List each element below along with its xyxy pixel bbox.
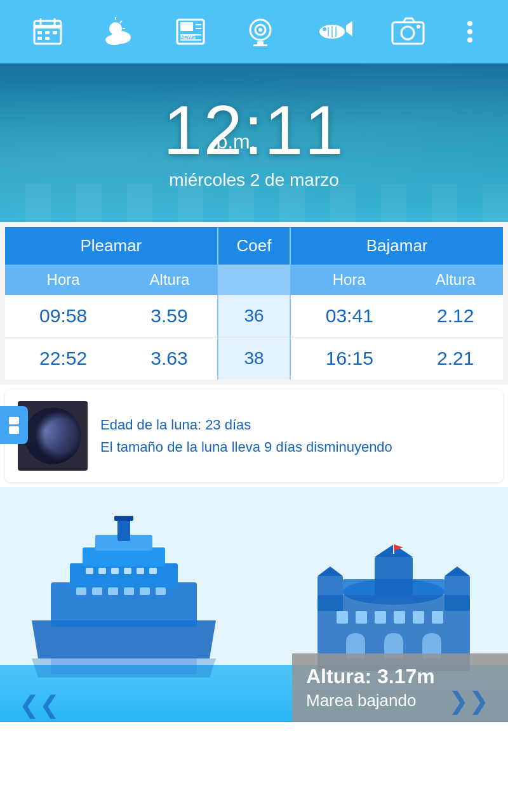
pleamar-header: Pleamar — [5, 227, 218, 265]
pleamar-hora-subheader: Hora — [5, 265, 121, 295]
svg-rect-8 — [45, 37, 50, 40]
bajamar-hora-cell: 16:15 — [290, 337, 408, 380]
svg-rect-57 — [51, 658, 197, 674]
news-icon[interactable]: NEWS — [175, 16, 206, 48]
bajamar-hora-subheader: Hora — [290, 265, 408, 295]
bottom-arrows: ❮❮ ❮❮ — [0, 691, 508, 719]
svg-rect-5 — [45, 31, 50, 34]
svg-rect-53 — [111, 568, 119, 574]
tide-table-section: Pleamar Coef Bajamar Hora Altura Hora Al… — [0, 222, 508, 384]
pleamar-altura-cell: 3.59 — [121, 295, 218, 337]
svg-rect-76 — [9, 426, 19, 434]
svg-rect-51 — [86, 568, 93, 574]
coef-cell: 36 — [218, 295, 290, 337]
svg-rect-70 — [394, 611, 405, 624]
svg-rect-26 — [253, 44, 267, 46]
coef-subheader-empty — [218, 265, 290, 295]
svg-rect-50 — [156, 587, 166, 595]
svg-rect-46 — [92, 587, 102, 595]
svg-rect-1 — [34, 25, 61, 29]
svg-rect-68 — [356, 611, 367, 624]
tide-table-row: 09:58 3.59 36 03:41 2.12 — [5, 295, 503, 337]
photo-icon[interactable] — [391, 16, 425, 48]
svg-marker-28 — [346, 21, 352, 36]
svg-rect-44 — [114, 516, 133, 521]
date-display: miércoles 2 de marzo — [169, 170, 339, 190]
svg-rect-47 — [108, 587, 118, 595]
svg-point-36 — [467, 21, 472, 26]
svg-rect-6 — [53, 31, 57, 34]
more-options-icon[interactable] — [464, 16, 476, 48]
svg-rect-55 — [137, 568, 144, 574]
svg-point-24 — [258, 28, 262, 32]
moon-section: Edad de la luna: 23 días El tamaño de la… — [5, 390, 503, 482]
svg-marker-66 — [444, 566, 470, 576]
moon-image — [18, 401, 88, 471]
svg-rect-69 — [375, 611, 386, 624]
svg-point-29 — [323, 27, 326, 31]
ship-illustration — [19, 506, 229, 684]
pleamar-hora-cell: 09:58 — [5, 295, 121, 337]
svg-rect-65 — [444, 576, 470, 611]
floating-side-button[interactable] — [0, 406, 28, 444]
svg-marker-64 — [318, 566, 343, 576]
svg-line-12 — [120, 21, 122, 23]
left-arrow[interactable]: ❮❮ — [19, 691, 60, 719]
svg-point-34 — [401, 27, 414, 39]
bajamar-hora-cell: 03:41 — [290, 295, 408, 337]
moon-shadow — [24, 407, 81, 464]
weather-icon[interactable] — [102, 16, 137, 48]
svg-rect-71 — [413, 611, 424, 624]
svg-rect-63 — [318, 576, 343, 611]
ampm-display: p.m. — [216, 130, 255, 154]
status-height: Altura: 3.17m — [306, 665, 494, 688]
pleamar-altura-subheader: Altura — [121, 265, 218, 295]
svg-rect-61 — [375, 557, 413, 595]
moon-phase-circle — [24, 407, 81, 464]
svg-rect-45 — [76, 587, 86, 595]
svg-point-37 — [467, 29, 472, 34]
bajamar-header: Bajamar — [290, 227, 503, 265]
bajamar-altura-cell: 2.12 — [408, 295, 503, 337]
svg-rect-72 — [432, 611, 443, 624]
pleamar-altura-cell: 3.63 — [121, 337, 218, 380]
svg-rect-40 — [70, 563, 178, 589]
tide-table: Pleamar Coef Bajamar Hora Altura Hora Al… — [5, 227, 503, 379]
svg-rect-75 — [9, 417, 19, 424]
bajamar-altura-subheader: Altura — [408, 265, 503, 295]
moon-age-text: Edad de la luna: 23 días — [100, 414, 490, 436]
tide-table-row: 22:52 3.63 38 16:15 2.21 — [5, 337, 503, 380]
pleamar-hora-cell: 22:52 — [5, 337, 121, 380]
tide-table-body: 09:58 3.59 36 03:41 2.12 22:52 3.63 38 1… — [5, 295, 503, 379]
svg-rect-4 — [37, 31, 42, 34]
right-arrow[interactable]: ❮❮ — [448, 691, 489, 719]
coef-cell: 38 — [218, 337, 290, 380]
moon-size-text: El tamaño de la luna lleva 9 días dismin… — [100, 436, 490, 458]
svg-rect-16 — [180, 22, 193, 31]
svg-rect-49 — [140, 587, 150, 595]
svg-point-14 — [105, 35, 123, 45]
clock-section: 12:11 p.m. miércoles 2 de marzo — [0, 63, 508, 222]
svg-rect-52 — [98, 568, 106, 574]
svg-rect-67 — [337, 611, 348, 624]
svg-rect-43 — [117, 519, 130, 541]
svg-rect-54 — [124, 568, 131, 574]
fish-icon[interactable] — [314, 16, 352, 48]
svg-rect-56 — [149, 568, 157, 574]
svg-rect-7 — [37, 37, 42, 40]
moon-text: Edad de la luna: 23 días El tamaño de la… — [100, 414, 490, 458]
bajamar-altura-cell: 2.21 — [408, 337, 503, 380]
top-navigation: NEWS — [0, 0, 508, 63]
illustration-section: Altura: 3.17m Marea bajando ❮❮ ❮❮ — [0, 487, 508, 722]
svg-point-35 — [417, 25, 420, 29]
svg-point-38 — [467, 37, 472, 43]
coef-header: Coef — [218, 227, 290, 265]
svg-rect-48 — [124, 587, 134, 595]
calendar-icon[interactable] — [32, 16, 64, 48]
webcam-icon[interactable] — [244, 16, 276, 48]
